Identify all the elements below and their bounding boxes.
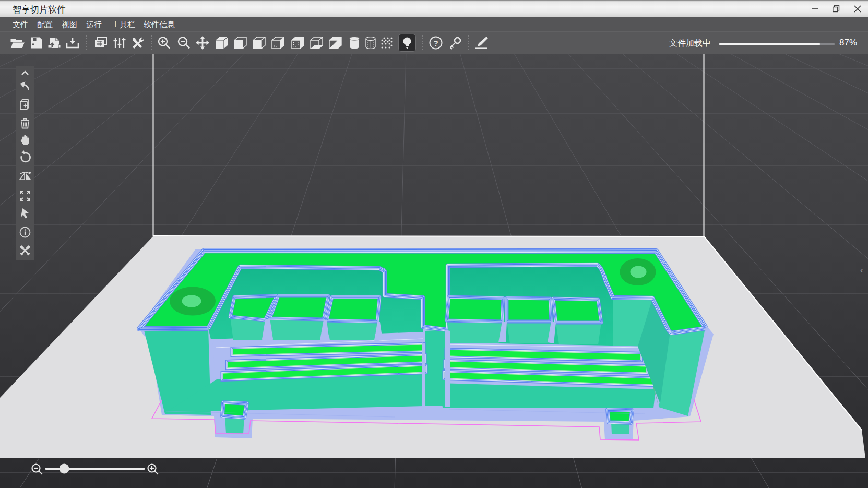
svg-text:?: ? (433, 39, 438, 47)
